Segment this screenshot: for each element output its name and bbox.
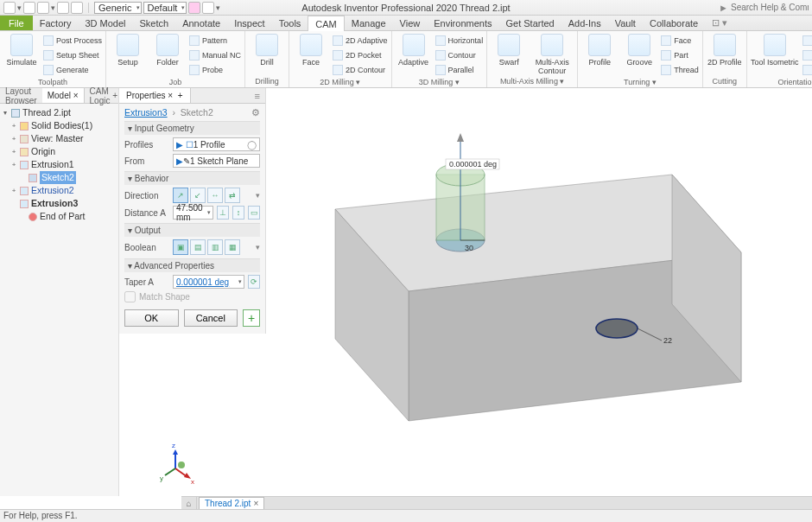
menu-tools[interactable]: Tools (272, 16, 308, 30)
gear-icon[interactable]: ⚙ (251, 107, 260, 118)
turnthread-button[interactable]: Thread (661, 63, 699, 77)
face-button[interactable]: Face (293, 34, 329, 67)
groove-button[interactable]: Groove (621, 34, 657, 67)
menu-help-icon[interactable]: ⊡ ▾ (705, 16, 734, 30)
direction-flip-button[interactable]: ↙ (190, 188, 206, 203)
tree-viewmaster[interactable]: +View: Master (2, 132, 117, 145)
folder-button[interactable]: Folder (149, 34, 186, 67)
menu-getstarted[interactable]: Get Started (498, 16, 561, 30)
tree-extrusion1[interactable]: +Extrusion1 (2, 158, 117, 171)
postprocess-button[interactable]: Post Process (43, 34, 102, 48)
file-menu[interactable]: File (0, 16, 33, 30)
dist-opt1-button[interactable]: ⊥ (217, 206, 229, 220)
open-icon[interactable] (23, 2, 35, 14)
manualnc-button[interactable]: Manual NC (189, 48, 241, 62)
turnface-button[interactable]: Face (661, 34, 699, 48)
ribbon-drilling: Drill Drilling (245, 31, 289, 87)
boolean-cut-button[interactable]: ▤ (190, 239, 206, 255)
turnpart-button[interactable]: Part (661, 48, 699, 62)
parallel-button[interactable]: Parallel (435, 63, 484, 77)
direction-asym-button[interactable]: ⇄ (225, 188, 240, 203)
simulate-button[interactable]: Simulate (3, 34, 40, 67)
adaptive-button[interactable]: Adaptive (396, 34, 432, 67)
multiaxiscontour-button[interactable]: Multi-Axis Contour (530, 34, 574, 75)
browser-tab-camlogic[interactable]: CAM Logic + (85, 88, 124, 103)
dist-opt3-button[interactable]: ▭ (248, 206, 260, 220)
probe-button[interactable]: Probe (189, 63, 241, 77)
menu-vault[interactable]: Vault (608, 16, 643, 30)
misc-icon[interactable] (202, 2, 214, 14)
breadcrumb-extrusion[interactable]: Extrusion3 (124, 107, 168, 118)
section-output[interactable]: ▾ Output (124, 223, 260, 237)
appearance-dropdown[interactable]: Default (143, 2, 187, 14)
direction-sym-button[interactable]: ↔ (207, 188, 223, 203)
taper-field[interactable]: 0.000001 deg (173, 275, 244, 289)
menu-3dmodel[interactable]: 3D Model (78, 16, 132, 30)
2dpocket-button[interactable]: 2D Pocket (333, 48, 388, 62)
tree-root[interactable]: ▾Thread 2.ipt (2, 106, 117, 119)
taper-opt-button[interactable]: ⟳ (248, 275, 260, 289)
tree-solidbodies[interactable]: +Solid Bodies(1) (2, 119, 117, 132)
boolean-join-button[interactable]: ▣ (173, 239, 188, 255)
from-field[interactable]: ▶ ✎ 1 Sketch Plane (173, 154, 260, 168)
tree-endofpart[interactable]: End of Part (2, 210, 117, 223)
section-input-geometry[interactable]: ▾ Input Geometry (124, 121, 260, 135)
drill-button[interactable]: Drill (249, 34, 285, 67)
menu-cam[interactable]: CAM (308, 16, 344, 31)
document-tab[interactable]: Thread 2.ipt× (199, 497, 264, 509)
menu-inspect[interactable]: Inspect (227, 16, 271, 30)
tree-origin[interactable]: +Origin (2, 145, 117, 158)
setupsheet-button[interactable]: Setup Sheet (43, 48, 102, 62)
redo-icon[interactable] (71, 2, 83, 14)
profile-button[interactable]: Profile (581, 34, 618, 67)
section-behavior[interactable]: ▾ Behavior (124, 171, 260, 185)
search-input[interactable] (731, 3, 809, 12)
distance-field[interactable]: 47.500 mm (173, 206, 213, 220)
horizontal-button[interactable]: Horizontal (435, 34, 484, 48)
section-advanced[interactable]: ▾ Advanced Properties (124, 258, 260, 272)
menu-manage[interactable]: Manage (345, 16, 393, 30)
help-search[interactable]: ► (719, 3, 809, 13)
home-icon[interactable]: ⌂ (181, 497, 197, 509)
menu-sketch[interactable]: Sketch (133, 16, 176, 30)
2dcontour-button[interactable]: 2D Contour (333, 63, 388, 77)
menu-addins[interactable]: Add-Ins (561, 16, 608, 30)
tree-extrusion3[interactable]: Extrusion3 (2, 197, 117, 210)
swarf-button[interactable]: Swarf (491, 34, 527, 67)
properties-tab[interactable]: Properties × + (119, 88, 191, 103)
2dadaptive-button[interactable]: 2D Adaptive (333, 34, 388, 48)
from-label: From (124, 156, 169, 166)
fx-icon[interactable] (188, 2, 200, 14)
menu-factory[interactable]: Factory (33, 16, 79, 30)
tooltop-button[interactable]: Tool Top (802, 63, 812, 77)
generate-button[interactable]: Generate (43, 63, 102, 77)
menu-collaborate[interactable]: Collaborate (643, 16, 705, 30)
tree-extrusion2[interactable]: +Extrusion2 (2, 184, 117, 197)
setup-button[interactable]: Setup (110, 34, 146, 67)
apply-plus-button[interactable]: + (243, 309, 260, 327)
save-icon[interactable] (37, 2, 49, 14)
dist-opt2-button[interactable]: ↕ (232, 206, 244, 220)
direction-default-button[interactable]: ↗ (173, 188, 188, 203)
tree-sketch2[interactable]: Sketch2 (2, 171, 117, 184)
boolean-intersect-button[interactable]: ▥ (207, 239, 223, 255)
tooliso-button[interactable]: Tool Isometric (751, 34, 799, 67)
cancel-button[interactable]: Cancel (184, 309, 238, 327)
toolright-button[interactable]: Tool Right (802, 48, 812, 62)
undo-icon[interactable] (57, 2, 69, 14)
browser-tab-model[interactable]: Model × (42, 88, 85, 103)
menu-environments[interactable]: Environments (427, 16, 498, 30)
ok-button[interactable]: OK (124, 309, 179, 327)
boolean-newsolid-button[interactable]: ▦ (225, 239, 240, 255)
panel-menu-icon[interactable]: ≡ (250, 91, 265, 101)
browser-tab-layout[interactable]: Layout Browser (0, 88, 42, 103)
2dprofile-button[interactable]: 2D Profile (707, 34, 743, 67)
app-icon[interactable] (3, 2, 16, 14)
material-dropdown[interactable]: Generic (94, 2, 142, 14)
menu-annotate[interactable]: Annotate (175, 16, 227, 30)
toolfront-button[interactable]: Tool Front (802, 34, 812, 48)
menu-view[interactable]: View (393, 16, 428, 30)
pattern-button[interactable]: Pattern (189, 34, 241, 48)
profiles-field[interactable]: ▶ ☐ 1 Profile◯ (173, 137, 260, 151)
contour-button[interactable]: Contour (435, 48, 484, 62)
